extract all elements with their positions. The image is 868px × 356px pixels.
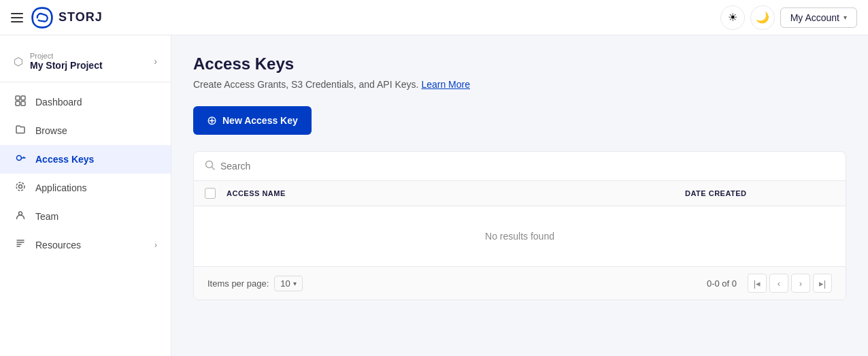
sidebar-nav: Dashboard Browse Access Keys Application…	[0, 88, 171, 259]
resources-expand-icon: ›	[154, 240, 157, 250]
logo: STORJ	[30, 5, 103, 30]
storj-logo-icon	[30, 5, 54, 30]
project-name: My Storj Project	[30, 60, 103, 71]
sidebar-item-dashboard[interactable]: Dashboard	[0, 88, 171, 116]
resources-label: Resources	[35, 240, 81, 250]
svg-rect-3	[21, 101, 25, 106]
access-keys-table-card: ACCESS NAME DATE CREATED No results foun…	[193, 151, 846, 300]
search-icon	[205, 160, 215, 172]
dark-theme-button[interactable]: 🌙	[750, 5, 775, 30]
moon-icon: 🌙	[756, 11, 769, 24]
topnav: STORJ ☀ 🌙 My Account ▾	[0, 0, 868, 35]
new-key-button-label: New Access Key	[222, 115, 298, 126]
dashboard-label: Dashboard	[35, 97, 82, 108]
svg-rect-2	[16, 101, 20, 106]
project-label: Project	[30, 52, 103, 60]
main-content: Access Keys Create Access Grants, S3 Cre…	[171, 35, 868, 356]
project-text: Project My Storj Project	[30, 52, 103, 71]
access-keys-label: Access Keys	[35, 154, 94, 165]
sun-icon: ☀	[728, 11, 737, 24]
sidebar-item-team[interactable]: Team	[0, 202, 171, 231]
header-checkbox-cell	[205, 188, 227, 199]
pagination: 0-0 of 0 |◂ ‹ › ▸|	[699, 274, 832, 293]
light-theme-button[interactable]: ☀	[720, 5, 745, 30]
sidebar-item-applications[interactable]: Applications	[0, 174, 171, 202]
logo-text: STORJ	[59, 10, 103, 25]
items-per-page-label: Items per page:	[207, 278, 269, 289]
learn-more-link[interactable]: Learn More	[421, 79, 470, 90]
browse-label: Browse	[35, 125, 67, 136]
hamburger-icon[interactable]	[11, 13, 23, 22]
team-label: Team	[35, 211, 59, 222]
resources-icon	[14, 238, 27, 252]
items-per-page: Items per page: 10 ▾	[207, 276, 303, 291]
page-subtitle: Create Access Grants, S3 Credentials, an…	[193, 79, 846, 90]
applications-icon	[14, 181, 27, 195]
svg-rect-0	[16, 96, 20, 100]
new-access-key-button[interactable]: ⊕ New Access Key	[193, 106, 312, 135]
per-page-select[interactable]: 10 ▾	[274, 276, 302, 291]
plus-circle-icon: ⊕	[207, 113, 217, 128]
search-input[interactable]	[220, 161, 835, 172]
search-row	[194, 152, 846, 181]
first-page-button[interactable]: |◂	[748, 274, 767, 293]
last-page-button[interactable]: ▸|	[813, 274, 832, 293]
sidebar: ⬡ Project My Storj Project › Dashboard B…	[0, 35, 171, 356]
sidebar-item-browse[interactable]: Browse	[0, 116, 171, 145]
prev-page-button[interactable]: ‹	[769, 274, 788, 293]
table-header: ACCESS NAME DATE CREATED	[194, 181, 846, 206]
resources-left: Resources	[14, 238, 81, 252]
svg-point-5	[19, 185, 22, 189]
project-info: ⬡ Project My Storj Project	[14, 52, 103, 71]
dashboard-icon	[14, 95, 27, 109]
pagination-count: 0-0 of 0	[707, 278, 737, 289]
team-icon	[14, 210, 27, 223]
page-subtitle-text: Create Access Grants, S3 Credentials, an…	[193, 79, 419, 90]
no-results-message: No results found	[194, 206, 846, 266]
access-keys-icon	[14, 152, 27, 166]
project-expand-icon: ›	[154, 56, 157, 67]
table-footer: Items per page: 10 ▾ 0-0 of 0 |◂ ‹ › ▸|	[194, 266, 846, 300]
account-button-label: My Account	[790, 12, 839, 23]
svg-rect-1	[21, 96, 25, 100]
applications-label: Applications	[35, 182, 87, 193]
sidebar-item-resources[interactable]: Resources ›	[0, 231, 171, 259]
topnav-right: ☀ 🌙 My Account ▾	[720, 5, 857, 30]
layout: ⬡ Project My Storj Project › Dashboard B…	[0, 35, 868, 356]
account-button[interactable]: My Account ▾	[780, 7, 857, 28]
project-icon: ⬡	[14, 55, 23, 68]
next-page-button[interactable]: ›	[791, 274, 810, 293]
topnav-left: STORJ	[11, 5, 103, 30]
svg-point-6	[16, 182, 24, 191]
sidebar-item-access-keys[interactable]: Access Keys	[0, 145, 171, 174]
select-all-checkbox[interactable]	[205, 188, 216, 199]
browse-icon	[14, 124, 27, 137]
page-title: Access Keys	[193, 54, 846, 74]
column-header-name: ACCESS NAME	[227, 189, 685, 197]
column-header-date: DATE CREATED	[685, 189, 835, 197]
per-page-dropdown-icon: ▾	[293, 280, 297, 287]
chevron-down-icon: ▾	[844, 14, 847, 21]
project-selector[interactable]: ⬡ Project My Storj Project ›	[0, 46, 171, 82]
per-page-value: 10	[280, 278, 290, 289]
